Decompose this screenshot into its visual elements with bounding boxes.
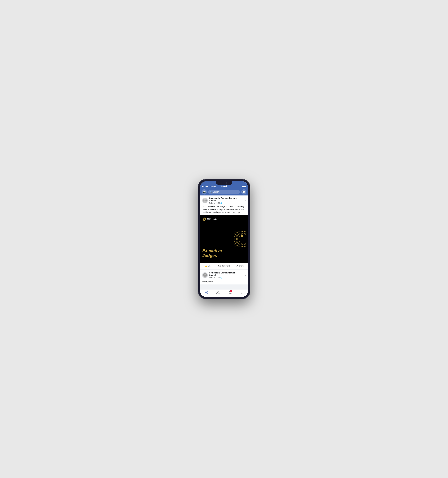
search-icon: 🔍 (210, 191, 212, 193)
like-label-1: Like (208, 265, 211, 267)
comment-icon-1: 💬 (218, 265, 221, 267)
signal-dot-2 (204, 186, 204, 187)
battery-indicator (242, 186, 246, 187)
menu-tab-icon (240, 291, 244, 294)
circle-1-1 (234, 231, 237, 234)
svg-point-19 (241, 293, 241, 294)
circle-3-2 (237, 238, 240, 240)
comment-button-1[interactable]: 💬 Comment (216, 264, 232, 268)
circle-4-2 (237, 241, 240, 244)
share-label-1: Share (239, 265, 244, 267)
search-placeholder: Search (213, 191, 219, 193)
status-time: 23:45 (221, 185, 227, 187)
camera-icon: 📷 (203, 191, 206, 193)
judges-line: Judges (202, 253, 222, 258)
circle-5-4 (244, 244, 246, 247)
circle-2-3-filled (241, 234, 243, 237)
post-time-1: Today at 23:45 (209, 202, 220, 204)
page-logo-2 (203, 273, 207, 277)
ooh-brand-label: ooh! (213, 218, 217, 220)
post-card-2: Commercial Communications Council Today … (200, 270, 248, 284)
post-options-chevron-2[interactable]: › (245, 274, 246, 276)
avatar-image-2 (202, 272, 208, 278)
camera-button[interactable]: 📷 (202, 189, 207, 195)
signal-indicator (202, 186, 208, 187)
circle-2-1 (234, 234, 237, 237)
notification-badge: 2 (230, 290, 232, 292)
tab-friends[interactable] (212, 291, 224, 294)
tab-home[interactable] (200, 291, 212, 294)
status-left: Company ▲ (202, 186, 218, 187)
avatar-image-1 (202, 198, 208, 203)
beacon-text: beacon awards (207, 218, 211, 220)
share-button-1[interactable]: ↗ Share (232, 264, 248, 268)
svg-point-16 (241, 292, 241, 293)
status-right (242, 186, 246, 187)
circle-4-1 (234, 241, 237, 244)
facebook-feed[interactable]: Commercial Communications Council Today … (200, 195, 248, 289)
share-icon-1: ↗ (236, 265, 238, 267)
svg-point-4 (204, 219, 204, 219)
like-icon-1: 👍 (205, 265, 207, 267)
post-globe-icon-1: 🌐 (220, 202, 222, 204)
post-avatar-2 (202, 272, 208, 278)
post-meta-1: Commercial Communications Council Today … (209, 197, 244, 204)
search-bar[interactable]: 🔍 Search (208, 190, 240, 194)
friends-tab-icon (216, 291, 220, 294)
wifi-icon: ▲ (217, 186, 218, 187)
post-meta-2: Commercial Communications Council Today … (209, 272, 244, 279)
circle-4-3 (241, 241, 243, 244)
signal-dot-4 (206, 186, 207, 187)
carrier-name: Company (209, 186, 216, 187)
messenger-icon: 💬 (242, 191, 245, 193)
phone-notch (216, 181, 232, 185)
post-globe-icon-2: 🌐 (220, 277, 222, 278)
post-time-row-2: Today at 11:27 🌐 (209, 277, 244, 279)
svg-point-6 (204, 274, 206, 276)
tab-notifications[interactable]: 2 (224, 291, 236, 294)
svg-point-11 (217, 291, 218, 293)
circle-5-2 (237, 244, 240, 247)
tab-menu[interactable] (236, 291, 248, 294)
svg-rect-10 (206, 293, 207, 294)
svg-point-15 (243, 292, 243, 292)
svg-point-20 (242, 293, 242, 294)
circles-decoration (234, 231, 246, 247)
beacon-awards-label: beacon (207, 218, 211, 219)
post-time-2: Today at 11:27 (209, 277, 220, 279)
svg-rect-8 (206, 291, 207, 292)
signal-dot-1 (202, 186, 203, 187)
post-page-name-2: Commercial Communications Council (209, 272, 244, 277)
circle-2-4 (244, 234, 246, 237)
svg-point-13 (241, 292, 241, 292)
circle-5-3 (241, 244, 243, 247)
phone-shell: Company ▲ 23:45 📷 🔍 Search (198, 179, 250, 299)
signal-dot-5 (207, 186, 208, 187)
beacon-brand: beacon awards (202, 217, 211, 221)
scene: Company ▲ 23:45 📷 🔍 Search (0, 166, 448, 312)
post-avatar-1 (202, 198, 208, 203)
post-actions-1: 👍 Like 💬 Comment ↗ Share (200, 263, 248, 269)
post-body-1: It's time to celebrate this year's most … (200, 205, 248, 215)
post-header-2: Commercial Communications Council Today … (200, 270, 248, 280)
front-camera (226, 182, 227, 184)
page-logo-1 (203, 199, 207, 202)
post-body-2: Axis Speaks (200, 280, 248, 284)
post-time-row-1: Today at 23:45 🌐 (209, 202, 244, 204)
messenger-button[interactable]: 💬 (241, 189, 246, 195)
post-header-1: Commercial Communications Council Today … (200, 195, 248, 205)
circle-3-3 (241, 238, 243, 240)
svg-rect-9 (205, 293, 206, 294)
circle-3-4 (244, 238, 246, 240)
signal-dot-3 (205, 186, 205, 187)
executive-line: Executive (202, 248, 222, 253)
circle-1-2 (237, 231, 240, 234)
svg-point-14 (242, 292, 242, 292)
post-options-chevron-1[interactable]: › (245, 199, 246, 202)
svg-rect-7 (205, 291, 206, 292)
like-button-1[interactable]: 👍 Like (200, 264, 216, 268)
awards-label: awards (207, 219, 211, 220)
post-page-name-1: Commercial Communications Council (209, 197, 244, 202)
svg-point-12 (218, 291, 219, 292)
facebook-navbar: 📷 🔍 Search 💬 (200, 188, 248, 195)
